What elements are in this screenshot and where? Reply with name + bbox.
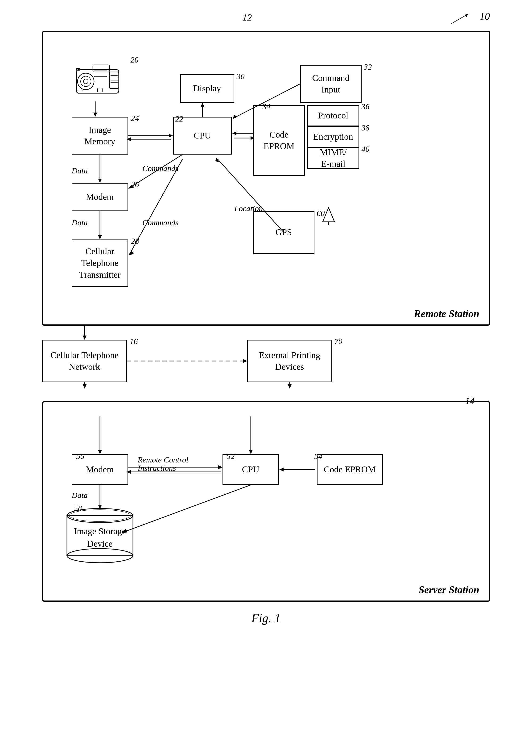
- svg-text:Data: Data: [71, 166, 88, 175]
- svg-text:Remote Control: Remote Control: [138, 455, 188, 464]
- svg-marker-21: [93, 113, 97, 117]
- svg-marker-18: [323, 208, 335, 222]
- gps-label: GPS: [276, 227, 292, 238]
- gps-box: GPS: [253, 211, 315, 254]
- modem-remote-label: Modem: [86, 191, 114, 203]
- svg-marker-43: [215, 158, 219, 162]
- protocol-box: Protocol: [307, 105, 359, 126]
- svg-marker-56: [83, 384, 87, 389]
- image-memory-label: ImageMemory: [84, 124, 115, 148]
- svg-text:Instructions: Instructions: [138, 464, 176, 472]
- fig-label: Fig. 1: [251, 611, 281, 625]
- page-container: 12 10 Remote Station: [19, 10, 514, 625]
- modem-server-label: Modem: [86, 464, 114, 475]
- svg-text:Commands: Commands: [142, 218, 178, 227]
- cpu-remote-label: CPU: [194, 130, 211, 141]
- svg-text:Data: Data: [71, 218, 88, 227]
- svg-marker-50: [83, 336, 87, 340]
- svg-marker-52: [243, 359, 247, 363]
- svg-marker-64: [218, 465, 222, 469]
- ref-52: 52: [227, 452, 235, 461]
- svg-text:Commands: Commands: [142, 164, 178, 173]
- display-box: Display: [180, 74, 234, 103]
- ref-16: 16: [130, 337, 138, 346]
- ref-10-num: 10: [480, 11, 490, 22]
- cpu-server-label: CPU: [242, 464, 260, 475]
- server-station-label: Server Station: [418, 584, 479, 596]
- server-station-box: 14 Server Station Modem 56 CPU 52 Code E…: [42, 401, 490, 602]
- svg-marker-29: [232, 115, 238, 119]
- ref-10-label: 10: [449, 10, 490, 26]
- encryption-box: Encryption: [307, 126, 359, 148]
- ref-24: 24: [131, 114, 139, 123]
- ref-36: 36: [362, 102, 369, 111]
- ss-inner: Modem 56 CPU 52 Code EPROM 54: [58, 417, 475, 581]
- display-label: Display: [193, 83, 221, 94]
- rs-inner: 20 Display 30 CommandInput 32 CPU 22 Ima…: [58, 51, 475, 310]
- svg-point-5: [84, 79, 88, 84]
- protocol-label: Protocol: [318, 110, 348, 121]
- ref-14: 14: [465, 395, 475, 406]
- image-storage-label: Image StorageDevice: [69, 525, 131, 550]
- ref-12-label: 12: [242, 12, 252, 23]
- middle-section: Cellular TelephoneNetwork 16 External Pr…: [42, 326, 490, 396]
- svg-marker-35: [98, 178, 102, 183]
- ref-10-arrow-svg: [449, 10, 477, 26]
- gps-antenna: [321, 206, 336, 226]
- ref-32: 32: [364, 63, 372, 71]
- ref-54: 54: [315, 452, 322, 461]
- code-eprom-remote-label: CodeEPROM: [264, 129, 294, 152]
- code-eprom-remote-box: CodeEPROM: [253, 105, 305, 176]
- remote-station-box: Remote Station: [42, 31, 490, 326]
- cellular-tx-label: CellularTelephoneTransmitter: [79, 246, 121, 281]
- ref-26: 26: [131, 180, 139, 189]
- ref-56: 56: [76, 452, 84, 461]
- camera-svg: [62, 58, 128, 100]
- svg-marker-27: [201, 103, 204, 107]
- camera-area: [62, 58, 128, 100]
- ref-38: 38: [362, 123, 369, 132]
- antenna-svg: [321, 206, 336, 225]
- modem-remote-box: Modem: [72, 183, 128, 211]
- encryption-label: Encryption: [313, 131, 353, 143]
- ref-20: 20: [131, 55, 139, 65]
- top-refs: 12 10: [42, 10, 490, 28]
- external-printing-box: External PrintingDevices: [247, 340, 332, 382]
- svg-marker-62: [98, 450, 102, 454]
- ref-40: 40: [362, 145, 369, 154]
- cellular-network-label: Cellular TelephoneNetwork: [50, 349, 118, 373]
- svg-line-71: [123, 485, 251, 532]
- mime-email-label: MIME/E-mail: [320, 147, 347, 170]
- command-input-box: CommandInput: [300, 65, 362, 103]
- svg-marker-23: [169, 134, 173, 138]
- external-printing-label: External PrintingDevices: [259, 349, 320, 373]
- svg-marker-68: [279, 468, 284, 472]
- command-input-label: CommandInput: [312, 72, 349, 95]
- ref-30: 30: [237, 72, 245, 81]
- svg-text:Data: Data: [71, 491, 88, 500]
- mime-email-box: MIME/E-mail: [307, 148, 359, 169]
- svg-marker-74: [249, 450, 253, 454]
- ref-70: 70: [335, 337, 342, 346]
- image-storage-area: Image StorageDevice: [62, 506, 138, 563]
- cellular-network-box: Cellular TelephoneNetwork: [42, 340, 127, 382]
- code-eprom-server-label: Code EPROM: [324, 464, 376, 475]
- svg-marker-54: [288, 384, 291, 389]
- image-memory-box: ImageMemory: [72, 117, 128, 154]
- ref-28: 28: [131, 237, 139, 246]
- svg-marker-39: [98, 235, 102, 239]
- ref-22: 22: [175, 115, 183, 123]
- svg-marker-31: [232, 131, 237, 135]
- svg-point-3: [78, 73, 94, 90]
- cellular-tx-box: CellularTelephoneTransmitter: [72, 239, 128, 287]
- svg-line-0: [451, 14, 468, 24]
- code-eprom-server-box: Code EPROM: [317, 454, 383, 485]
- ref-58: 58: [74, 504, 82, 513]
- svg-marker-41: [128, 251, 134, 255]
- ref-34: 34: [263, 102, 270, 111]
